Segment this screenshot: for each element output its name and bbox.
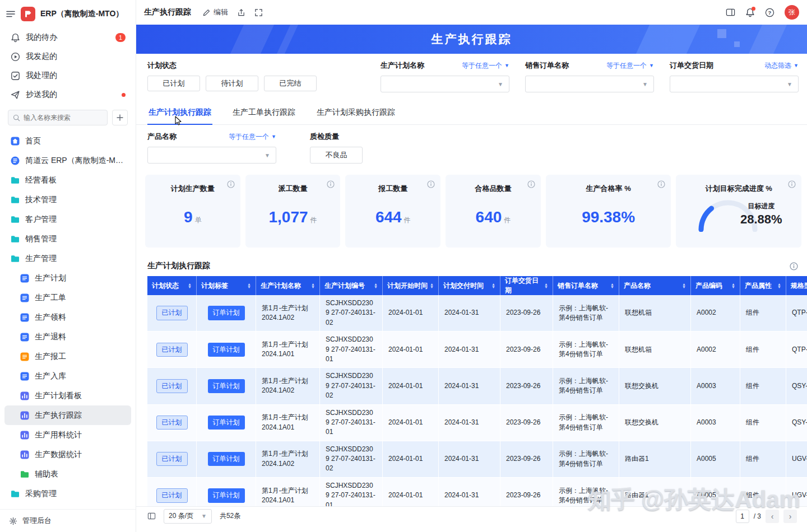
edit-button[interactable]: 编辑 xyxy=(202,7,228,17)
sidebar-nav-item[interactable]: 生产工单 xyxy=(4,288,131,307)
column-header[interactable]: 计划开始时间▲▼ xyxy=(383,276,439,295)
sort-icon[interactable]: ▲▼ xyxy=(682,283,686,288)
nav-item-label: 生产执行跟踪 xyxy=(35,410,82,421)
help-button[interactable]: ? xyxy=(765,8,774,17)
sidebar-nav-item[interactable]: 生产报工 xyxy=(4,347,131,366)
share-button[interactable] xyxy=(237,8,245,17)
sidebar-nav-item[interactable]: 客户管理 xyxy=(4,209,131,229)
sort-icon[interactable]: ▲▼ xyxy=(731,283,735,288)
column-label: 生产计划名称 xyxy=(261,281,301,291)
sidebar-item-todo[interactable]: 我的待办1 xyxy=(4,28,131,47)
plan-tag-button[interactable]: 订单计划 xyxy=(208,416,245,430)
column-header[interactable]: 计划标签▲▼ xyxy=(197,276,256,295)
plan-tag-button[interactable]: 订单计划 xyxy=(208,452,245,466)
sidebar-nav-item[interactable]: 生产入库 xyxy=(4,366,131,386)
column-header[interactable]: 生产计划名称▲▼ xyxy=(256,276,320,295)
sidebar-nav-item[interactable]: 首页 xyxy=(4,131,131,151)
plan-tag-button[interactable]: 订单计划 xyxy=(208,306,245,320)
info-icon[interactable] xyxy=(790,262,798,270)
topbar: 生产执行跟踪 编辑 xyxy=(136,0,807,25)
plan-tag-button[interactable]: 订单计划 xyxy=(208,343,245,357)
tab-plan-execution[interactable]: 生产计划执行跟踪 xyxy=(147,101,212,125)
next-page-button[interactable]: › xyxy=(783,510,797,523)
sidebar-nav-item[interactable]: 技术管理 xyxy=(4,190,131,209)
app-title: ERP（离散制造-MTO） xyxy=(40,9,123,19)
sidebar-nav-item[interactable]: 生产计划 xyxy=(4,268,131,288)
prev-page-button[interactable]: ‹ xyxy=(766,510,779,523)
column-header[interactable]: 计划状态▲▼ xyxy=(147,276,197,295)
sidebar-nav-item[interactable]: 生产管理 xyxy=(4,249,131,268)
table-cell: 2024-01-01 xyxy=(383,368,439,404)
plan-status-option-2[interactable]: 待计划 xyxy=(206,76,258,91)
quick-item-label: 我的待办 xyxy=(26,32,57,43)
sidebar-nav-item[interactable]: 生产数据统计 xyxy=(4,445,131,464)
sidebar-item-initiated[interactable]: 我发起的 xyxy=(4,47,131,66)
sort-icon[interactable]: ▲▼ xyxy=(188,283,192,288)
sidebar-item-processed[interactable]: 我处理的 xyxy=(4,66,131,85)
current-page-input[interactable]: 1 xyxy=(736,510,749,523)
sidebar-search[interactable] xyxy=(8,110,108,125)
menu-toggle-icon[interactable] xyxy=(6,9,16,19)
sidebar-nav-item[interactable]: 采购管理 xyxy=(4,484,131,503)
sort-icon[interactable]: ▲▼ xyxy=(311,283,315,288)
stat-card-reported-qty: 报工数量644件 xyxy=(345,175,440,248)
panel-toggle-icon[interactable] xyxy=(726,8,735,17)
add-button[interactable] xyxy=(112,110,128,125)
avatar[interactable]: 张 xyxy=(785,5,799,20)
sidebar-nav-item[interactable]: 生产领料 xyxy=(4,307,131,327)
delivery-date-select[interactable]: ▼ xyxy=(670,76,799,92)
column-header[interactable]: 产品名称▲▼ xyxy=(619,276,691,295)
column-header[interactable]: 订单交货日期▲▼ xyxy=(500,276,553,295)
column-header[interactable]: 销售订单名称▲▼ xyxy=(553,276,619,295)
sidebar-nav-item[interactable]: 生产计划看板 xyxy=(4,386,131,405)
tab-purchase-execution[interactable]: 生产计划采购执行跟踪 xyxy=(316,101,396,124)
column-header[interactable]: 产品编码▲▼ xyxy=(691,276,740,295)
delivery-date-operator-dropdown[interactable]: 动态筛选▼ xyxy=(764,61,799,71)
product-name-select[interactable]: ▼ xyxy=(147,147,276,164)
stat-card-pass-rate: 生产合格率 %99.38% xyxy=(546,175,671,248)
sales-order-select[interactable]: ▼ xyxy=(525,76,654,92)
fullscreen-button[interactable] xyxy=(254,8,263,17)
sort-icon[interactable]: ▲▼ xyxy=(777,283,781,288)
sales-order-operator-dropdown[interactable]: 等于任意一个▼ xyxy=(606,61,654,71)
sort-icon[interactable]: ▲▼ xyxy=(374,283,378,288)
column-header[interactable]: 规格型号▲▼ xyxy=(786,276,807,295)
plan-name-select[interactable]: ▼ xyxy=(381,76,509,92)
sidebar-nav-item[interactable]: 库存管理 xyxy=(4,503,131,509)
table-display-icon[interactable] xyxy=(147,512,156,520)
sort-icon[interactable]: ▲▼ xyxy=(430,283,434,288)
pagination-bar: 20 条/页 ▼ 共52条 1 / 3 ‹ › xyxy=(136,506,807,525)
sort-icon[interactable]: ▲▼ xyxy=(247,283,251,288)
sidebar-nav-item[interactable]: 辅助表 xyxy=(4,464,131,484)
product-operator-dropdown[interactable]: 等于任意一个▼ xyxy=(229,132,276,142)
column-header[interactable]: 产品属性▲▼ xyxy=(740,276,786,295)
sidebar-nav-item[interactable]: 简道云 ERP（离散制造-MTO）… xyxy=(4,151,131,170)
tab-workorder-execution[interactable]: 生产工单执行跟踪 xyxy=(231,101,296,124)
plan-tag-button[interactable]: 订单计划 xyxy=(208,379,245,393)
plan-tag-button[interactable]: 订单计划 xyxy=(208,488,245,502)
table-cell: 组件 xyxy=(740,478,786,506)
sort-icon[interactable]: ▲▼ xyxy=(491,283,495,288)
notifications-button[interactable] xyxy=(745,8,755,17)
sidebar-nav-item[interactable]: 生产用料统计 xyxy=(4,425,131,445)
gear-icon xyxy=(9,517,17,525)
sidebar-nav-item[interactable]: 生产退料 xyxy=(4,327,131,347)
sidebar-nav-item[interactable]: 经营看板 xyxy=(4,170,131,190)
admin-console-button[interactable]: 管理后台 xyxy=(0,509,136,532)
sort-icon[interactable]: ▲▼ xyxy=(544,283,548,288)
sidebar-nav-item[interactable]: 生产执行跟踪 xyxy=(4,405,131,425)
search-input[interactable] xyxy=(24,114,103,122)
plans-table: 计划状态▲▼计划标签▲▼生产计划名称▲▼生产计划编号▲▼计划开始时间▲▼计划交付… xyxy=(147,276,807,506)
plan-status-option-3[interactable]: 已完结 xyxy=(264,76,317,91)
plan-status-option-1[interactable]: 已计划 xyxy=(147,76,200,91)
defective-filter-button[interactable]: 不良品 xyxy=(310,147,363,164)
page-size-select[interactable]: 20 条/页 ▼ xyxy=(164,509,212,524)
sidebar-nav-item[interactable]: 销售管理 xyxy=(4,229,131,249)
nav-item-label: 生产计划看板 xyxy=(35,391,82,401)
quality-label: 质检质量 xyxy=(310,132,339,142)
sort-icon[interactable]: ▲▼ xyxy=(610,283,614,288)
plan-name-operator-dropdown[interactable]: 等于任意一个▼ xyxy=(462,61,509,71)
column-header[interactable]: 计划交付时间▲▼ xyxy=(439,276,500,295)
column-header[interactable]: 生产计划编号▲▼ xyxy=(320,276,383,295)
sidebar-item-cc[interactable]: 抄送我的 xyxy=(4,85,131,104)
